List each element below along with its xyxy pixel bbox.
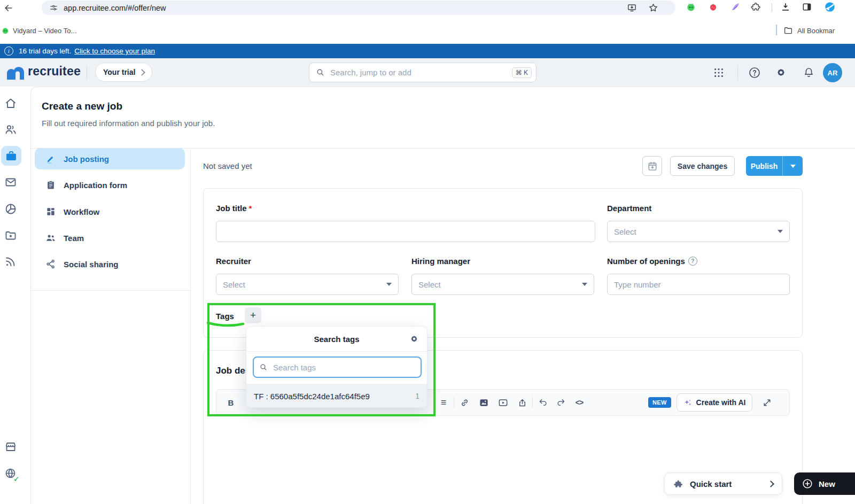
feed-rss-icon[interactable]	[4, 255, 17, 268]
tags-search-input[interactable]	[272, 362, 415, 373]
code-button[interactable]: <>	[572, 396, 586, 409]
global-search[interactable]: ⌘ K	[309, 63, 537, 82]
browser-profile-icon[interactable]	[824, 1, 836, 13]
pencil-icon	[45, 153, 56, 164]
add-tag-button[interactable]: +	[245, 307, 261, 323]
expand-editor-icon[interactable]	[760, 396, 774, 409]
hiring-manager-select[interactable]: Select	[411, 274, 594, 295]
create-with-ai-button[interactable]: Create with AI	[677, 393, 753, 412]
quick-start-button[interactable]: Quick start	[664, 472, 782, 495]
job-details-card	[203, 188, 803, 338]
openings-label: Number of openings?	[607, 257, 697, 266]
department-label: Department	[607, 204, 651, 213]
help-icon[interactable]	[748, 66, 761, 79]
tag-option-row[interactable]: TF : 6560a5f5dc24de1afc64f5e9 1	[246, 384, 427, 408]
tag-option-count: 1	[415, 392, 419, 400]
choose-plan-link[interactable]: Click to choose your plan	[74, 47, 155, 55]
publish-dropdown-button[interactable]	[782, 156, 803, 176]
upload-button[interactable]	[515, 396, 529, 409]
bookmark-star-icon[interactable]	[648, 3, 658, 13]
new-button[interactable]: New	[794, 472, 855, 495]
help-circle-icon[interactable]: ?	[688, 257, 697, 266]
openings-label-text: Number of openings	[607, 257, 685, 266]
jobs-briefcase-icon[interactable]	[5, 150, 18, 162]
settings-gear-icon[interactable]	[775, 66, 787, 79]
create-with-ai-label: Create with AI	[696, 398, 746, 407]
extensions-puzzle-icon[interactable]	[751, 2, 761, 12]
publish-button[interactable]: Publish	[746, 156, 782, 176]
side-panel-icon[interactable]	[802, 2, 812, 12]
marketplace-store-icon[interactable]	[4, 440, 17, 453]
toolbar-separator	[454, 397, 454, 408]
save-changes-button[interactable]: Save changes	[670, 156, 735, 176]
redo-button[interactable]	[554, 396, 568, 409]
info-icon: i	[4, 46, 13, 56]
caret-down-icon	[778, 230, 783, 233]
sidebar-item-label: Job posting	[64, 154, 109, 164]
undo-button[interactable]	[536, 396, 550, 409]
recruiter-select[interactable]: Select	[216, 274, 399, 295]
schedule-button[interactable]	[642, 156, 662, 176]
caret-down-icon	[790, 165, 796, 168]
team-icon	[45, 232, 56, 243]
all-bookmarks-folder-icon[interactable]	[783, 26, 793, 35]
caret-down-icon	[386, 283, 392, 286]
search-icon	[316, 68, 325, 77]
site-settings-icon[interactable]	[49, 3, 58, 12]
job-title-input[interactable]	[216, 221, 595, 242]
sidebar-item-workflow[interactable]: Workflow	[35, 201, 185, 222]
talent-pool-folder-icon[interactable]	[4, 229, 17, 242]
bold-button[interactable]: B	[224, 396, 238, 409]
image-button[interactable]	[477, 396, 491, 409]
recruiter-select-value: Select	[223, 280, 245, 289]
tags-search-box[interactable]	[253, 356, 422, 378]
list-button[interactable]: ≡	[437, 396, 450, 409]
link-button[interactable]	[457, 396, 471, 409]
install-icon[interactable]	[627, 3, 637, 13]
new-feature-badge: NEW	[648, 397, 671, 408]
sidebar-item-application-form[interactable]: Application form	[35, 174, 185, 196]
back-arrow-icon[interactable]	[2, 2, 15, 14]
required-asterisk: *	[249, 204, 252, 213]
calendar-plus-icon	[647, 161, 658, 172]
apps-grid-icon[interactable]	[713, 67, 725, 79]
notifications-bell-icon[interactable]	[803, 66, 815, 79]
shortcut-badge: ⌘ K	[512, 67, 532, 78]
browser-chrome: app.recruitee.com/#/offer/new Vidyard – …	[0, 0, 855, 38]
sidebar-bottom-rule	[30, 290, 190, 291]
home-icon[interactable]	[4, 97, 17, 110]
your-trial-button[interactable]: Your trial	[95, 63, 152, 82]
plus-circle-icon	[802, 478, 813, 490]
bookmark-item[interactable]: Vidyard – Video To...	[13, 27, 76, 35]
video-button[interactable]	[496, 396, 510, 409]
bookmarks-separator	[776, 25, 777, 35]
user-avatar[interactable]: AR	[823, 63, 842, 82]
address-bar[interactable]: app.recruitee.com/#/offer/new	[42, 1, 675, 15]
reports-pie-icon[interactable]	[4, 203, 17, 215]
tags-popover-header: Search tags	[246, 327, 427, 352]
sidebar-item-team[interactable]: Team	[35, 227, 185, 249]
extension-strawberry-icon[interactable]	[708, 2, 718, 12]
caret-down-icon	[582, 283, 587, 286]
sidebar-item-social-sharing[interactable]: Social sharing	[35, 253, 185, 275]
recruitee-logo[interactable]	[5, 65, 26, 80]
brand-wordmark[interactable]: recruitee	[28, 64, 81, 79]
trial-banner-text: 16 trial days left.	[19, 47, 71, 55]
sidebar-item-job-posting[interactable]: Job posting	[35, 148, 185, 169]
global-search-input[interactable]	[329, 67, 512, 77]
recruiter-label: Recruiter	[216, 257, 251, 266]
all-bookmarks-label[interactable]: All Bookmar	[797, 27, 835, 35]
openings-input[interactable]	[607, 274, 790, 295]
page-subtitle: Fill out required information and publis…	[42, 119, 215, 128]
url-text[interactable]: app.recruitee.com/#/offer/new	[64, 4, 166, 12]
mailbox-icon[interactable]	[4, 176, 17, 189]
extension-feather-icon[interactable]	[730, 2, 741, 12]
job-title-label-text: Job title	[216, 204, 247, 213]
tags-settings-gear-icon[interactable]	[409, 334, 419, 344]
extension-vidyard-icon[interactable]	[686, 2, 696, 12]
downloads-icon[interactable]	[780, 2, 791, 12]
header-icons-divider	[737, 65, 738, 80]
department-select[interactable]: Select	[607, 221, 790, 242]
candidates-icon[interactable]	[4, 123, 17, 136]
workflow-icon	[45, 206, 56, 217]
